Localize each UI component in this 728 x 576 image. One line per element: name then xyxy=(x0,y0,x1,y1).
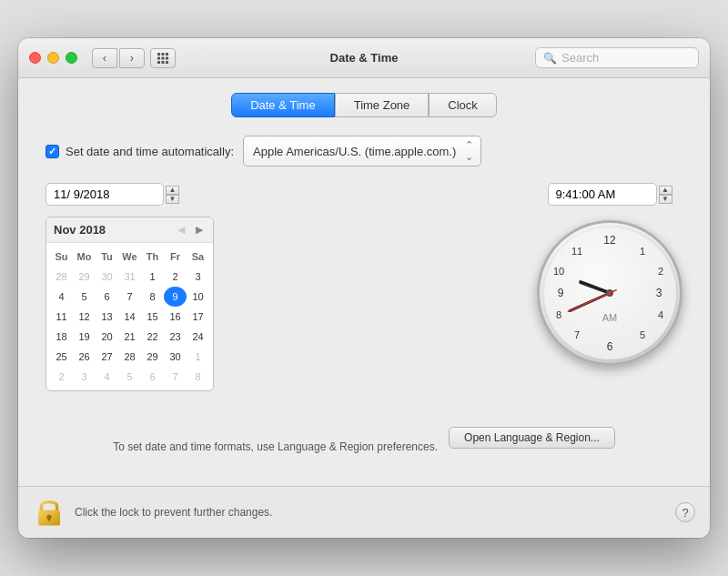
calendar-next-button[interactable]: ▶ xyxy=(193,224,206,237)
cal-day-30-other[interactable]: 30 xyxy=(96,267,118,287)
svg-rect-2 xyxy=(166,53,168,56)
tab-clock[interactable]: Clock xyxy=(429,93,497,117)
time-stepper[interactable]: ▲ ▼ xyxy=(659,186,672,204)
cal-day-2-next[interactable]: 2 xyxy=(50,367,73,387)
maximize-button[interactable] xyxy=(66,52,77,64)
cal-day-30[interactable]: 30 xyxy=(164,347,187,367)
close-button[interactable] xyxy=(29,52,41,64)
cal-day-13[interactable]: 13 xyxy=(96,307,118,327)
bottom-bar: Click the lock to prevent further change… xyxy=(18,486,710,538)
time-value: 9:41:00 AM xyxy=(556,187,616,201)
cal-day-24[interactable]: 24 xyxy=(187,327,209,347)
time-input-row: 9:41:00 AM ▲ ▼ xyxy=(548,183,672,206)
dropdown-arrow-icon: ⌃⌄ xyxy=(465,139,473,163)
date-step-down[interactable]: ▼ xyxy=(166,195,179,204)
minimize-button[interactable] xyxy=(47,52,59,64)
main-content: 11/ 9/2018 ▲ ▼ Nov 2018 ◀ ▶ xyxy=(36,183,692,391)
cal-day-28[interactable]: 28 xyxy=(118,347,141,367)
cal-day-16[interactable]: 16 xyxy=(164,307,187,327)
svg-text:8: 8 xyxy=(555,309,561,320)
tab-date-time[interactable]: Date & Time xyxy=(231,93,335,117)
cal-day-8[interactable]: 8 xyxy=(141,287,164,307)
cal-day-28-other[interactable]: 28 xyxy=(50,267,73,287)
open-language-region-button[interactable]: Open Language & Region... xyxy=(449,427,615,449)
cal-header-we: We xyxy=(118,247,141,267)
forward-button[interactable]: › xyxy=(119,48,145,68)
cal-header-tu: Tu xyxy=(96,247,118,267)
cal-day-2[interactable]: 2 xyxy=(164,267,187,287)
time-step-up[interactable]: ▲ xyxy=(659,186,672,195)
search-box[interactable]: 🔍 xyxy=(535,47,699,68)
calendar-week-3: 11 12 13 14 15 16 17 xyxy=(50,307,209,327)
cal-day-21[interactable]: 21 xyxy=(118,327,141,347)
cal-day-7[interactable]: 7 xyxy=(118,287,141,307)
grid-button[interactable] xyxy=(150,48,176,68)
svg-text:5: 5 xyxy=(639,329,644,340)
cal-day-17[interactable]: 17 xyxy=(187,307,209,327)
cal-day-14[interactable]: 14 xyxy=(118,307,141,327)
cal-day-1-next[interactable]: 1 xyxy=(187,347,209,367)
cal-day-10[interactable]: 10 xyxy=(187,287,209,307)
cal-day-5-next[interactable]: 5 xyxy=(118,367,141,387)
grid-icon xyxy=(157,52,169,65)
cal-day-4-next[interactable]: 4 xyxy=(96,367,118,387)
svg-text:1: 1 xyxy=(639,246,644,257)
left-panel: 11/ 9/2018 ▲ ▼ Nov 2018 ◀ ▶ xyxy=(46,183,519,391)
calendar-header: Nov 2018 ◀ ▶ xyxy=(46,217,213,243)
cal-day-27[interactable]: 27 xyxy=(96,347,118,367)
cal-day-31-other[interactable]: 31 xyxy=(118,267,141,287)
cal-day-26[interactable]: 26 xyxy=(73,347,96,367)
svg-text:3: 3 xyxy=(655,287,662,299)
svg-text:9: 9 xyxy=(557,287,563,299)
cal-day-3-next[interactable]: 3 xyxy=(73,367,96,387)
calendar-week-6: 2 3 4 5 6 7 8 xyxy=(50,367,209,387)
cal-day-1[interactable]: 1 xyxy=(141,267,164,287)
server-dropdown[interactable]: Apple Americas/U.S. (time.apple.com.) ⌃⌄ xyxy=(243,136,481,167)
time-input[interactable]: 9:41:00 AM xyxy=(548,183,657,206)
cal-day-3[interactable]: 3 xyxy=(187,267,209,287)
cal-header-sa: Sa xyxy=(187,247,209,267)
cal-day-5[interactable]: 5 xyxy=(73,287,96,307)
cal-day-9-selected[interactable]: 9 xyxy=(164,287,187,307)
cal-day-11[interactable]: 11 xyxy=(50,307,73,327)
cal-day-20[interactable]: 20 xyxy=(96,327,118,347)
auto-set-checkbox[interactable] xyxy=(46,145,59,158)
calendar-prev-button[interactable]: ◀ xyxy=(175,224,187,237)
cal-day-6-next[interactable]: 6 xyxy=(141,367,164,387)
lock-icon[interactable] xyxy=(33,496,66,529)
hour-hand xyxy=(581,282,610,293)
cal-day-19[interactable]: 19 xyxy=(73,327,96,347)
cal-day-7-next[interactable]: 7 xyxy=(164,367,187,387)
auto-set-row: Set date and time automatically: Apple A… xyxy=(36,136,692,167)
date-input[interactable]: 11/ 9/2018 xyxy=(46,183,164,206)
cal-day-4[interactable]: 4 xyxy=(50,287,73,307)
cal-day-15[interactable]: 15 xyxy=(141,307,164,327)
svg-text:11: 11 xyxy=(571,246,581,257)
back-button[interactable]: ‹ xyxy=(92,48,117,68)
calendar-week-1: 28 29 30 31 1 2 3 xyxy=(50,267,209,287)
search-input[interactable] xyxy=(561,51,689,65)
date-stepper[interactable]: ▲ ▼ xyxy=(166,186,179,204)
svg-rect-24 xyxy=(48,517,51,520)
cal-day-22[interactable]: 22 xyxy=(141,327,164,347)
cal-day-29[interactable]: 29 xyxy=(141,347,164,367)
time-step-down[interactable]: ▼ xyxy=(659,195,672,204)
date-step-up[interactable]: ▲ xyxy=(166,186,179,195)
cal-day-6[interactable]: 6 xyxy=(96,287,118,307)
tabs: Date & Time Time Zone Clock xyxy=(36,93,692,117)
calendar-nav: ◀ ▶ xyxy=(175,224,206,237)
cal-day-29-other[interactable]: 29 xyxy=(73,267,96,287)
auto-set-label[interactable]: Set date and time automatically: xyxy=(46,145,234,158)
cal-day-25[interactable]: 25 xyxy=(50,347,73,367)
cal-day-8-next[interactable]: 8 xyxy=(187,367,209,387)
svg-rect-4 xyxy=(162,56,165,59)
cal-day-18[interactable]: 18 xyxy=(50,327,73,347)
window-title: Date & Time xyxy=(330,51,399,65)
calendar-week-4: 18 19 20 21 22 23 24 xyxy=(50,327,209,347)
cal-day-12[interactable]: 12 xyxy=(73,307,96,327)
help-button[interactable]: ? xyxy=(675,502,695,522)
svg-text:AM: AM xyxy=(602,312,617,323)
tab-time-zone[interactable]: Time Zone xyxy=(335,93,430,117)
cal-day-23[interactable]: 23 xyxy=(164,327,187,347)
date-input-row: 11/ 9/2018 ▲ ▼ xyxy=(46,183,519,206)
